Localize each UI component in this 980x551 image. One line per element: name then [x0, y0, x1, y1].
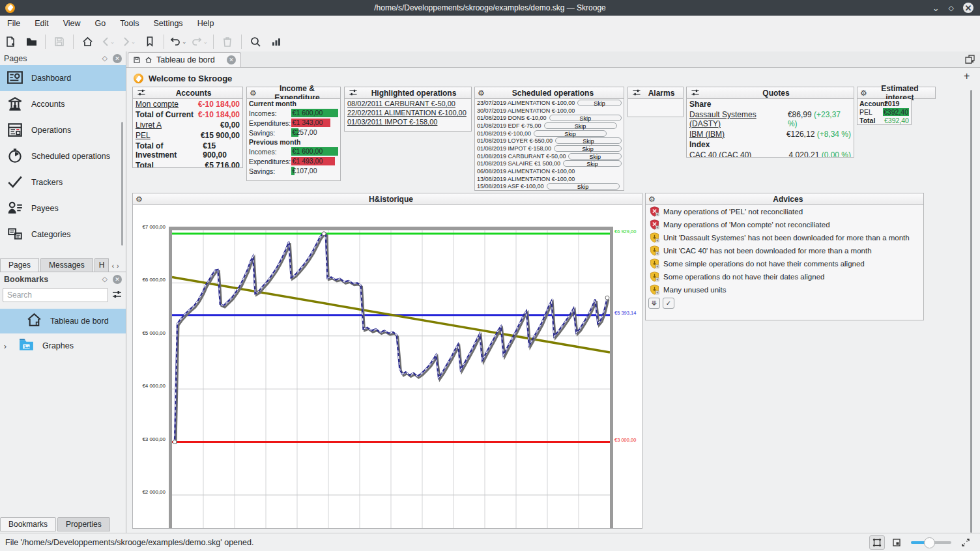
configure-icon[interactable]: ⚙ [478, 89, 485, 97]
redo-button[interactable]: ⌄ [191, 33, 209, 50]
skip-button[interactable]: Skip [555, 137, 622, 144]
highlighted-operation-link[interactable]: 08/02/2011 CARBURANT €-50,00 [345, 99, 471, 108]
scheduled-operation-text: 23/07/2019 ALIMENTATION €-100,00 [477, 100, 575, 106]
zoom-slider[interactable] [911, 541, 951, 544]
panel-float-icon[interactable]: ◇ [102, 275, 108, 283]
advice-row[interactable]: Unit 'CAC 40' has not been downloaded fo… [646, 244, 923, 257]
menu-settings[interactable]: Settings [146, 17, 190, 30]
advice-row[interactable]: Unit 'Dassault Systemes' has not been do… [646, 231, 923, 244]
sliders-icon[interactable] [689, 89, 701, 98]
menu-view[interactable]: View [56, 17, 88, 30]
zoom-expand-icon[interactable] [958, 535, 973, 550]
scheduled-operation-text: 01/08/2019 €-100,00 [477, 130, 531, 137]
advice-text: Unit 'Dassault Systemes' has not been do… [663, 234, 910, 242]
tabs-scroll-left-icon[interactable]: ‹ [110, 262, 115, 270]
quote-link[interactable]: IBM (IBM) [689, 130, 725, 139]
panel-close-icon[interactable]: ✕ [113, 275, 122, 284]
menu-go[interactable]: Go [88, 17, 113, 30]
warning-shield-icon [650, 284, 659, 296]
panel-tab-messages[interactable]: Messages [40, 258, 93, 272]
bottom-tab-bookmarks[interactable]: Bookmarks [0, 517, 56, 531]
skip-button[interactable]: Skip [554, 145, 622, 152]
advice-row[interactable]: Many unused units [646, 283, 923, 296]
open-file-button[interactable] [23, 33, 40, 50]
tabs-scroll-right-icon[interactable]: › [115, 262, 121, 270]
panel-close-icon[interactable]: ✕ [113, 54, 122, 63]
bookmark-button[interactable] [141, 33, 158, 50]
delete-button[interactable] [219, 33, 236, 50]
configure-icon[interactable]: ⚙ [136, 195, 143, 203]
sliders-icon[interactable] [136, 89, 147, 98]
skip-button[interactable]: Skip [534, 130, 607, 137]
close-icon[interactable]: ✕ [963, 3, 973, 13]
bottom-tab-properties[interactable]: Properties [57, 517, 110, 531]
pages-scrollbar[interactable] [121, 122, 123, 246]
widget-header-quotes: Quotes [686, 87, 854, 99]
sidebar-item-scheduled-operations[interactable]: Scheduled operations [0, 143, 126, 169]
menu-tools[interactable]: Tools [113, 17, 146, 30]
account-link[interactable]: Livret A [136, 120, 162, 130]
menu-file[interactable]: File [0, 17, 27, 30]
back-button[interactable]: ⌄ [100, 33, 117, 50]
sliders-icon[interactable] [347, 89, 359, 98]
advices-apply-icon[interactable]: ✓ [663, 298, 674, 309]
panel-tab-h[interactable]: H [94, 258, 109, 272]
account-link[interactable]: PEL [136, 131, 151, 140]
zoom-slider-knob[interactable] [924, 537, 935, 548]
fit-selection-button[interactable] [889, 535, 904, 550]
filter-icon[interactable] [112, 290, 122, 299]
detach-tab-icon[interactable] [965, 55, 975, 64]
bookmark-item-tableau-de-bord[interactable]: Tableau de bord [0, 309, 126, 333]
sidebar-item-trackers[interactable]: Trackers [0, 169, 126, 195]
sidebar-item-dashboard[interactable]: Dashboard [0, 65, 126, 91]
sidebar-item-accounts[interactable]: Accounts [0, 91, 126, 117]
sidebar-item-payees[interactable]: Payees [0, 195, 126, 221]
undo-button[interactable]: ⌄ [169, 33, 187, 50]
advice-row[interactable]: Some operations do not have their dates … [646, 270, 923, 283]
skip-button[interactable]: Skip [568, 153, 622, 160]
new-document-button[interactable] [2, 33, 19, 50]
highlighted-operation-link[interactable]: 22/02/2011 ALIMENTATION €-100,00 [345, 108, 471, 117]
quote-link[interactable]: Dassault Systemes (DASTY) [689, 110, 788, 128]
advices-more-icon[interactable]: ⟱ [648, 298, 660, 309]
forward-button[interactable]: ⌄ [121, 33, 137, 50]
menu-help[interactable]: Help [190, 17, 222, 30]
skip-button[interactable]: Skip [544, 122, 617, 129]
home-button[interactable] [79, 33, 96, 50]
sliders-icon[interactable] [631, 89, 642, 98]
bookmarks-search-input[interactable] [3, 288, 108, 302]
skip-button[interactable]: Skip [563, 160, 622, 167]
configure-icon[interactable]: ⚙ [860, 89, 867, 97]
maximize-icon[interactable]: ◇ [949, 5, 954, 12]
highlighted-operation-link[interactable]: 01/03/2011 IMPOT €-158,00 [345, 117, 471, 126]
quote-link[interactable]: CAC 40 (CAC 40) [689, 150, 751, 158]
bookmark-item-graphes[interactable]: ›Graphes [0, 333, 126, 358]
minimize-icon[interactable]: ⌄ [932, 4, 940, 12]
sidebar-item-categories[interactable]: Categories [0, 221, 126, 247]
advice-row[interactable]: Many operations of 'Mon compte' not reco… [646, 218, 923, 231]
save-button[interactable] [51, 33, 68, 50]
tab-tableau-de-bord[interactable]: Tableau de bord ✕ [128, 52, 241, 67]
account-link[interactable]: Mon compte [136, 100, 179, 109]
tab-close-icon[interactable]: ✕ [227, 55, 236, 64]
fit-page-button[interactable] [869, 535, 885, 550]
search-button[interactable] [247, 33, 264, 50]
configure-icon[interactable]: ⚙ [250, 89, 257, 97]
warning-shield-icon [650, 232, 659, 244]
add-widget-button[interactable]: + [964, 70, 970, 82]
bookmarks-list: Tableau de bord›Graphes [0, 309, 126, 358]
skip-button[interactable]: Skip [549, 115, 622, 121]
advice-row[interactable]: Some simple operations do not have their… [646, 257, 923, 270]
skip-button[interactable]: Skip [547, 183, 620, 190]
skip-button[interactable]: Skip [577, 100, 622, 106]
expander-icon[interactable]: › [0, 341, 10, 351]
scheduled-operation-row: 30/07/2019 ALIMENTATION €-100,00 [475, 107, 624, 115]
report-chart-button[interactable] [268, 33, 285, 50]
sidebar-item-operations[interactable]: Operations [0, 117, 126, 143]
panel-tab-pages[interactable]: Pages [0, 258, 39, 272]
panel-float-icon[interactable]: ◇ [102, 54, 108, 63]
configure-icon[interactable]: ⚙ [648, 195, 656, 203]
menu-edit[interactable]: Edit [27, 17, 56, 30]
main-scrollbar[interactable] [970, 90, 972, 533]
advice-row[interactable]: Many operations of 'PEL' not reconciliat… [646, 205, 923, 218]
